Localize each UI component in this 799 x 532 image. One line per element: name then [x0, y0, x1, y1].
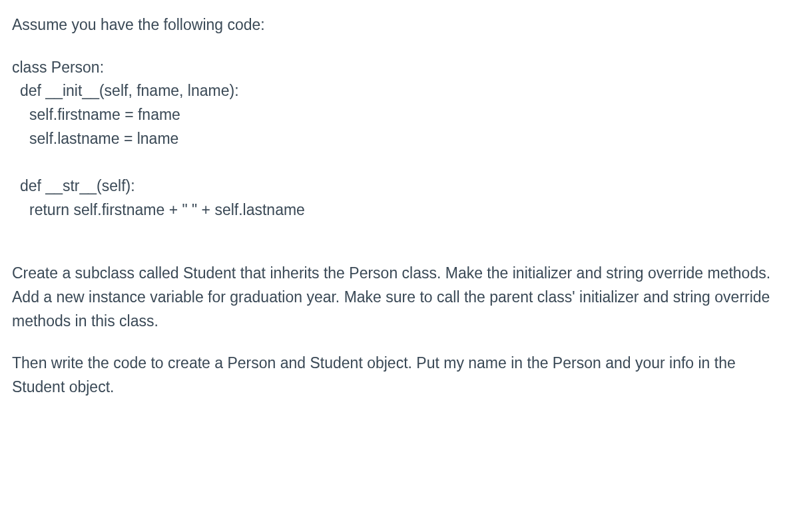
instruction-paragraph-2: Then write the code to create a Person a…	[12, 352, 787, 399]
code-line: self.lastname = lname	[12, 127, 787, 151]
code-line: class Person:	[12, 56, 787, 80]
code-line: def __init__(self, fname, lname):	[12, 79, 787, 103]
code-gap	[12, 150, 787, 174]
code-line: self.firstname = fname	[12, 103, 787, 127]
intro-text: Assume you have the following code:	[12, 13, 787, 37]
code-line: def __str__(self):	[12, 174, 787, 198]
code-block: class Person: def __init__(self, fname, …	[12, 56, 787, 222]
instruction-paragraph-1: Create a subclass called Student that in…	[12, 262, 787, 333]
code-line: return self.firstname + " " + self.lastn…	[12, 198, 787, 222]
